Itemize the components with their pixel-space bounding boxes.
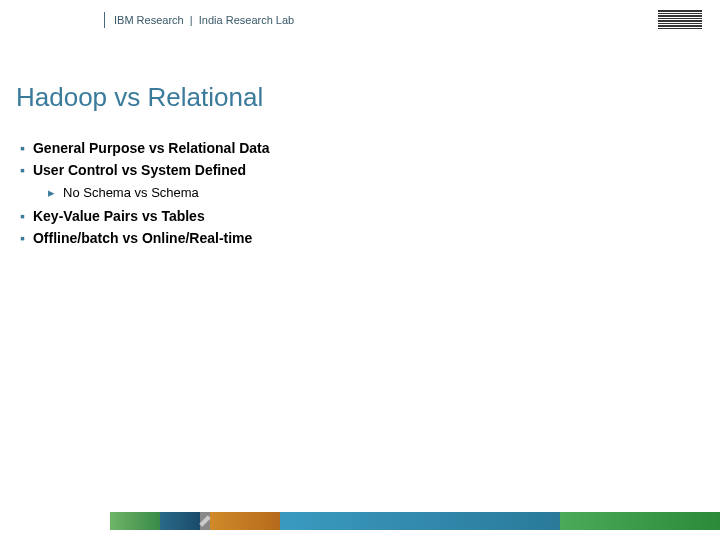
footer-stripe [0,512,720,530]
bullet-item: ▪ User Control vs System Defined [20,160,270,180]
header-lab: India Research Lab [199,14,294,26]
bullet-text: General Purpose vs Relational Data [33,138,270,158]
footer-seg [210,512,280,530]
bullet-text: User Control vs System Defined [33,160,246,180]
header-org: IBM Research [114,14,184,26]
footer-seg [280,512,560,530]
footer-seg [110,512,160,530]
footer-seg [0,512,110,530]
square-bullet-icon: ▪ [20,160,25,180]
square-bullet-icon: ▪ [20,138,25,158]
square-bullet-icon: ▪ [20,206,25,226]
header: IBM Research | India Research Lab [0,0,720,36]
footer-seg [560,512,720,530]
footer-seg [160,512,200,530]
content: ▪ General Purpose vs Relational Data ▪ U… [20,138,270,250]
bullet-text: Offline/batch vs Online/Real-time [33,228,252,248]
ibm-logo-icon [658,10,702,29]
bullet-item: ▪ General Purpose vs Relational Data [20,138,270,158]
footer-seg [200,512,210,530]
sub-bullet-item: ▸ No Schema vs Schema [48,184,270,202]
header-sep: | [190,14,193,26]
slide-title: Hadoop vs Relational [16,82,263,113]
sub-bullet-text: No Schema vs Schema [63,184,199,202]
bullet-item: ▪ Offline/batch vs Online/Real-time [20,228,270,248]
square-bullet-icon: ▪ [20,228,25,248]
bullet-item: ▪ Key-Value Pairs vs Tables [20,206,270,226]
arrow-bullet-icon: ▸ [48,184,55,202]
header-divider [104,12,105,28]
header-text: IBM Research | India Research Lab [114,14,294,26]
bullet-text: Key-Value Pairs vs Tables [33,206,205,226]
